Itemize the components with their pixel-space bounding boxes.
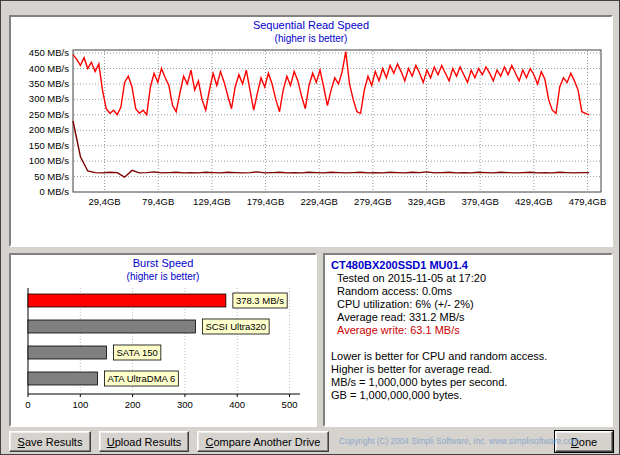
x-tick-label: 100 — [72, 399, 88, 410]
info-line: Lower is better for CPU and random acces… — [331, 350, 605, 363]
average-write: Average write: 63.1 MB/s — [331, 324, 605, 337]
x-tick-label: 129,4GB — [193, 196, 231, 207]
y-tick-label: 300 MB/s — [29, 93, 69, 104]
x-tick-label: 400 — [229, 399, 245, 410]
info-line: Average read: 331.2 MB/s — [331, 311, 605, 324]
info-line: CPU utilization: 6% (+/- 2%) — [331, 298, 605, 311]
results-info-panel: CT480BX200SSD1 MU01.4 Tested on 2015-11-… — [323, 253, 613, 427]
burst-bar — [28, 346, 106, 359]
x-tick-label: 479,4GB — [569, 196, 607, 207]
burst-bar-label: SCSI Ultra320 — [205, 321, 266, 332]
sequential-chart-title: Sequential Read Speed — [11, 19, 611, 31]
burst-speed-panel: Burst Speed (higher is better) 010020030… — [9, 253, 317, 427]
x-tick-label: 0 — [25, 399, 30, 410]
save-results-button[interactable]: Save Results — [9, 431, 91, 452]
x-tick-label: 329,4GB — [408, 196, 446, 207]
sequential-read-chart: 0 MB/s50 MB/s100 MB/s150 MB/s200 MB/s250… — [11, 44, 611, 234]
info-lines: Tested on 2015-11-05 at 17:20Random acce… — [331, 272, 605, 324]
x-tick-label: 379,4GB — [461, 196, 499, 207]
upload-results-button[interactable]: Upload Results — [99, 431, 189, 452]
x-tick-label: 429,4GB — [515, 196, 553, 207]
burst-bar — [28, 320, 195, 333]
x-tick-label: 500 — [282, 399, 298, 410]
x-tick-label: 200 — [125, 399, 141, 410]
y-tick-label: 0 MB/s — [39, 186, 69, 197]
burst-speed-chart: 0100200300400500378.3 MB/sSCSI Ultra320S… — [12, 282, 314, 422]
burst-bar-label: 378.3 MB/s — [236, 295, 284, 306]
sequential-chart-subtitle: (higher is better) — [11, 33, 611, 44]
info-line: Tested on 2015-11-05 at 17:20 — [331, 272, 605, 285]
burst-chart-subtitle: (higher is better) — [11, 271, 315, 282]
burst-bar — [28, 372, 98, 385]
burst-bar-label: SATA 150 — [116, 347, 157, 358]
x-tick-label: 179,4GB — [247, 196, 285, 207]
y-tick-label: 350 MB/s — [29, 78, 69, 89]
info-line: Higher is better for average read. — [331, 363, 605, 376]
x-tick-label: 29,4GB — [88, 196, 120, 207]
burst-bar — [28, 294, 226, 307]
y-tick-label: 400 MB/s — [29, 63, 69, 74]
x-tick-label: 229,4GB — [300, 196, 338, 207]
info-line: Random access: 0.0ms — [331, 285, 605, 298]
benchmark-window: Sequential Read Speed (higher is better)… — [0, 0, 620, 455]
y-tick-label: 250 MB/s — [29, 109, 69, 120]
x-tick-label: 79,4GB — [142, 196, 174, 207]
info-notes: Lower is better for CPU and random acces… — [331, 350, 605, 402]
y-tick-label: 150 MB/s — [29, 140, 69, 151]
burst-bar-label: ATA UltraDMA 6 — [108, 373, 176, 384]
x-tick-label: 300 — [177, 399, 193, 410]
drive-model: CT480BX200SSD1 MU01.4 — [331, 259, 605, 272]
sequential-read-panel: Sequential Read Speed (higher is better)… — [9, 15, 613, 247]
y-tick-label: 100 MB/s — [29, 155, 69, 166]
copyright: Copyright (C) 2004 Simpli Software, Inc.… — [339, 436, 579, 446]
x-tick-label: 279,4GB — [354, 196, 392, 207]
info-line: MB/s = 1,000,000 bytes per second. — [331, 376, 605, 389]
compare-another-drive-button[interactable]: Compare Another Drive — [197, 431, 329, 452]
info-line: GB = 1,000,000,000 bytes. — [331, 389, 605, 402]
y-tick-label: 200 MB/s — [29, 124, 69, 135]
y-tick-label: 50 MB/s — [34, 171, 69, 182]
y-tick-label: 450 MB/s — [29, 47, 69, 58]
burst-chart-title: Burst Speed — [11, 257, 315, 269]
